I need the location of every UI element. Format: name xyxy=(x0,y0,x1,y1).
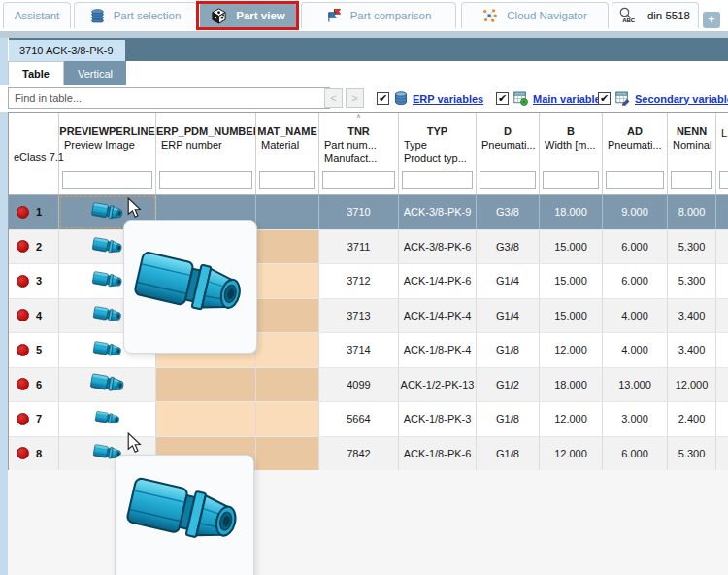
cell-nenn[interactable]: 2.400 xyxy=(668,402,716,436)
main-variables-link[interactable]: Main variables xyxy=(533,93,607,105)
secondary-variables-link[interactable]: Secondary variables xyxy=(635,93,728,105)
tab-assistant[interactable]: Assistant xyxy=(3,2,71,28)
cell-rownum[interactable]: 6 xyxy=(9,368,59,402)
cell-l[interactable] xyxy=(716,195,728,229)
cell-b[interactable]: 15.000 xyxy=(540,264,603,298)
cell-ad[interactable]: 4.000 xyxy=(603,333,668,367)
cell-l[interactable] xyxy=(716,402,728,436)
cell-mat[interactable] xyxy=(256,333,319,367)
cell-rownum[interactable]: 2 xyxy=(9,230,59,264)
column-header-tnr[interactable]: ∧TNRPart num...Manufact... xyxy=(319,113,399,194)
cell-rownum[interactable]: 5 xyxy=(9,333,59,367)
tab-part-comparison[interactable]: Part comparison xyxy=(301,2,456,28)
cell-preview[interactable] xyxy=(59,402,156,436)
cell-tnr[interactable]: 3712 xyxy=(319,264,399,298)
table-row[interactable]: 53714ACK-1/8-PK-4G1/812.0004.0003.400 xyxy=(9,333,728,368)
filter-input-typ[interactable] xyxy=(402,171,473,189)
find-next-button[interactable]: > xyxy=(346,88,364,108)
cell-b[interactable]: 15.000 xyxy=(540,230,603,264)
cell-mat[interactable] xyxy=(256,230,319,264)
cell-rownum[interactable]: 7 xyxy=(9,402,59,436)
column-header-erp[interactable]: ERP_PDM_NUMBERERP number xyxy=(156,113,256,194)
cell-d[interactable]: G3/8 xyxy=(477,230,540,264)
cell-l[interactable] xyxy=(716,299,728,333)
cell-preview[interactable] xyxy=(59,368,156,402)
cell-b[interactable]: 15.000 xyxy=(540,299,603,333)
cell-typ[interactable]: ACK-1/4-PK-6 xyxy=(399,264,477,298)
cell-l[interactable] xyxy=(716,264,728,298)
column-header-rownum[interactable]: eClass 7.1 xyxy=(9,113,59,194)
cell-ad[interactable]: 6.000 xyxy=(603,264,668,298)
tab-part-selection[interactable]: Part selection xyxy=(74,2,197,28)
cell-typ[interactable]: ACK-1/2-PK-13 xyxy=(399,368,477,402)
column-header-nenn[interactable]: NENNNominal ... xyxy=(668,113,716,194)
cell-mat[interactable] xyxy=(256,264,319,298)
cell-b[interactable]: 18.000 xyxy=(540,195,603,229)
cell-b[interactable]: 12.000 xyxy=(540,402,603,436)
column-header-d[interactable]: DPneumati... xyxy=(477,113,540,194)
search-box[interactable]: ABC din 5518 xyxy=(612,2,699,28)
cell-rownum[interactable]: 4 xyxy=(9,299,59,333)
filter-input-erp[interactable] xyxy=(159,171,252,189)
cell-ad[interactable]: 3.000 xyxy=(603,402,668,436)
column-header-b[interactable]: BWidth [m... xyxy=(540,113,603,194)
erp-variables-checkbox[interactable]: ✔ xyxy=(377,92,389,105)
find-previous-button[interactable]: < xyxy=(324,88,343,108)
find-in-table-input[interactable] xyxy=(8,87,330,109)
column-header-typ[interactable]: TYPTypeProduct typ... xyxy=(399,113,477,194)
cell-tnr[interactable]: 7842 xyxy=(319,437,399,471)
cell-ad[interactable]: 6.000 xyxy=(603,230,668,264)
filter-input-l[interactable] xyxy=(719,171,728,189)
tab-part-view[interactable]: Part view xyxy=(200,2,296,28)
add-tab-button[interactable]: + xyxy=(703,12,720,28)
cell-ad[interactable]: 9.000 xyxy=(603,195,668,229)
secondary-variables-checkbox[interactable]: ✔ xyxy=(598,92,611,105)
cell-mat[interactable] xyxy=(256,437,319,471)
cell-tnr[interactable]: 3710 xyxy=(319,195,399,229)
column-header-l[interactable]: L... xyxy=(716,113,728,194)
cell-rownum[interactable]: 3 xyxy=(9,264,59,298)
cell-nenn[interactable]: 5.300 xyxy=(668,264,716,298)
cell-l[interactable] xyxy=(716,437,728,471)
cell-nenn[interactable]: 3.400 xyxy=(668,299,716,333)
tab-cloud-navigator[interactable]: Cloud Navigator xyxy=(461,2,609,28)
filter-input-ad[interactable] xyxy=(606,171,664,189)
main-variables-checkbox[interactable]: ✔ xyxy=(496,92,509,105)
cell-rownum[interactable]: 8 xyxy=(9,437,59,471)
document-tab[interactable]: 3710 ACK-3/8-PK-9 xyxy=(8,40,125,61)
filter-input-mat[interactable] xyxy=(259,171,315,189)
cell-nenn[interactable]: 12.000 xyxy=(668,368,716,402)
table-row[interactable]: 43713ACK-1/4-PK-4G1/415.0004.0003.400 xyxy=(9,299,728,334)
cell-ad[interactable]: 13.000 xyxy=(603,368,668,402)
column-header-mat[interactable]: MAT_NAMEMaterial xyxy=(256,113,319,194)
filter-input-tnr[interactable] xyxy=(322,171,395,189)
cell-d[interactable]: G3/8 xyxy=(477,195,540,229)
cell-b[interactable]: 12.000 xyxy=(540,333,603,367)
erp-variables-link[interactable]: ERP variables xyxy=(413,93,483,105)
cell-b[interactable]: 18.000 xyxy=(540,368,603,402)
column-header-ad[interactable]: ADPneumati... xyxy=(603,113,668,194)
cell-mat[interactable] xyxy=(256,299,319,333)
cell-b[interactable]: 12.000 xyxy=(540,437,603,471)
cell-mat[interactable] xyxy=(256,195,319,229)
cell-nenn[interactable]: 5.300 xyxy=(668,437,716,471)
cell-mat[interactable] xyxy=(256,368,319,402)
cell-nenn[interactable]: 8.000 xyxy=(668,195,716,229)
cell-d[interactable]: G1/8 xyxy=(477,402,540,436)
filter-input-nenn[interactable] xyxy=(671,171,712,189)
table-row[interactable]: 75664ACK-1/8-PK-3G1/812.0003.0002.400 xyxy=(9,402,728,437)
cell-l[interactable] xyxy=(716,333,728,367)
tab-vertical-view[interactable]: Vertical xyxy=(64,61,126,85)
column-header-preview[interactable]: PREVIEWPERLINEPreview Image xyxy=(59,113,156,194)
filter-input-preview[interactable] xyxy=(62,171,152,189)
cell-mat[interactable] xyxy=(256,402,319,436)
cell-rownum[interactable]: 1 xyxy=(9,195,59,229)
cell-tnr[interactable]: 5664 xyxy=(319,402,399,436)
cell-typ[interactable]: ACK-3/8-PK-6 xyxy=(399,230,477,264)
cell-ad[interactable]: 6.000 xyxy=(603,437,668,471)
cell-erp[interactable] xyxy=(156,402,256,436)
cell-typ[interactable]: ACK-1/8-PK-6 xyxy=(399,437,477,471)
cell-l[interactable] xyxy=(716,230,728,264)
cell-tnr[interactable]: 4099 xyxy=(319,368,399,402)
cell-ad[interactable]: 4.000 xyxy=(603,299,668,333)
